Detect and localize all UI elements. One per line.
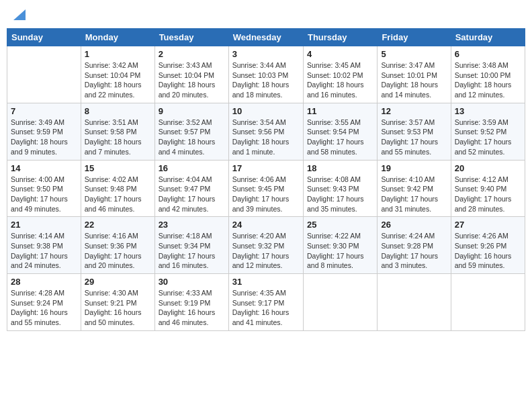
day-info: Sunrise: 3:52 AM Sunset: 9:57 PM Dayligh… [159, 118, 225, 157]
weekday-header-monday: Monday [81, 29, 154, 46]
logo-arrow-icon [13, 9, 26, 20]
calendar-cell: 19Sunrise: 4:10 AM Sunset: 9:42 PM Dayli… [378, 160, 451, 217]
calendar-cell: 4Sunrise: 3:45 AM Sunset: 10:02 PM Dayli… [303, 46, 377, 103]
svg-marker-0 [13, 9, 26, 20]
weekday-header-friday: Friday [378, 29, 451, 46]
calendar-cell: 6Sunrise: 3:48 AM Sunset: 10:00 PM Dayli… [451, 46, 525, 103]
day-info: Sunrise: 4:02 AM Sunset: 9:48 PM Dayligh… [85, 175, 151, 214]
day-number: 7 [11, 106, 77, 116]
day-number: 17 [232, 163, 300, 173]
calendar-cell: 7Sunrise: 3:49 AM Sunset: 9:59 PM Daylig… [7, 103, 81, 160]
calendar-week-row: 28Sunrise: 4:28 AM Sunset: 9:24 PM Dayli… [7, 274, 525, 331]
calendar-cell: 1Sunrise: 3:42 AM Sunset: 10:04 PM Dayli… [81, 46, 154, 103]
day-number: 4 [307, 49, 373, 59]
day-number: 19 [381, 163, 447, 173]
calendar-cell [378, 274, 451, 331]
calendar-cell: 12Sunrise: 3:57 AM Sunset: 9:53 PM Dayli… [378, 103, 451, 160]
calendar-cell: 9Sunrise: 3:52 AM Sunset: 9:57 PM Daylig… [154, 103, 228, 160]
calendar-cell: 10Sunrise: 3:54 AM Sunset: 9:56 PM Dayli… [228, 103, 303, 160]
calendar-cell: 31Sunrise: 4:35 AM Sunset: 9:17 PM Dayli… [228, 274, 303, 331]
day-number: 23 [159, 220, 225, 230]
day-number: 30 [159, 277, 225, 287]
calendar-cell: 18Sunrise: 4:08 AM Sunset: 9:43 PM Dayli… [303, 160, 377, 217]
day-info: Sunrise: 4:12 AM Sunset: 9:40 PM Dayligh… [455, 175, 521, 214]
day-info: Sunrise: 3:47 AM Sunset: 10:01 PM Daylig… [381, 60, 447, 100]
calendar-cell [7, 46, 81, 103]
day-number: 26 [381, 220, 447, 230]
day-number: 10 [232, 106, 300, 116]
day-info: Sunrise: 4:35 AM Sunset: 9:17 PM Dayligh… [232, 288, 300, 328]
day-number: 22 [85, 220, 151, 230]
day-info: Sunrise: 3:49 AM Sunset: 9:59 PM Dayligh… [11, 118, 77, 157]
calendar-cell [303, 274, 377, 331]
calendar-cell: 29Sunrise: 4:30 AM Sunset: 9:21 PM Dayli… [81, 274, 154, 331]
calendar-cell: 17Sunrise: 4:06 AM Sunset: 9:45 PM Dayli… [228, 160, 303, 217]
calendar-cell: 14Sunrise: 4:00 AM Sunset: 9:50 PM Dayli… [7, 160, 81, 217]
day-number: 13 [455, 106, 521, 116]
calendar-cell: 8Sunrise: 3:51 AM Sunset: 9:58 PM Daylig… [81, 103, 154, 160]
day-info: Sunrise: 3:44 AM Sunset: 10:03 PM Daylig… [232, 60, 300, 100]
day-info: Sunrise: 4:20 AM Sunset: 9:32 PM Dayligh… [232, 231, 300, 271]
day-info: Sunrise: 3:57 AM Sunset: 9:53 PM Dayligh… [381, 118, 447, 157]
calendar-cell: 15Sunrise: 4:02 AM Sunset: 9:48 PM Dayli… [81, 160, 154, 217]
calendar-cell: 21Sunrise: 4:14 AM Sunset: 9:38 PM Dayli… [7, 217, 81, 274]
day-number: 18 [307, 163, 373, 173]
day-info: Sunrise: 4:28 AM Sunset: 9:24 PM Dayligh… [11, 288, 77, 328]
day-info: Sunrise: 3:51 AM Sunset: 9:58 PM Dayligh… [85, 118, 151, 157]
calendar-cell: 20Sunrise: 4:12 AM Sunset: 9:40 PM Dayli… [451, 160, 525, 217]
day-info: Sunrise: 4:04 AM Sunset: 9:47 PM Dayligh… [159, 175, 225, 214]
weekday-header-saturday: Saturday [451, 29, 525, 46]
calendar-cell: 25Sunrise: 4:22 AM Sunset: 9:30 PM Dayli… [303, 217, 377, 274]
day-number: 6 [455, 49, 521, 59]
day-number: 16 [159, 163, 225, 173]
calendar-cell: 26Sunrise: 4:24 AM Sunset: 9:28 PM Dayli… [378, 217, 451, 274]
day-info: Sunrise: 4:26 AM Sunset: 9:26 PM Dayligh… [455, 231, 521, 271]
day-info: Sunrise: 3:48 AM Sunset: 10:00 PM Daylig… [455, 60, 521, 100]
calendar-cell: 27Sunrise: 4:26 AM Sunset: 9:26 PM Dayli… [451, 217, 525, 274]
day-info: Sunrise: 3:42 AM Sunset: 10:04 PM Daylig… [85, 60, 151, 100]
day-info: Sunrise: 3:54 AM Sunset: 9:56 PM Dayligh… [232, 118, 300, 157]
day-number: 15 [85, 163, 151, 173]
calendar-week-row: 21Sunrise: 4:14 AM Sunset: 9:38 PM Dayli… [7, 217, 525, 274]
day-number: 12 [381, 106, 447, 116]
day-number: 25 [307, 220, 373, 230]
calendar-cell: 2Sunrise: 3:43 AM Sunset: 10:04 PM Dayli… [154, 46, 228, 103]
calendar-cell: 23Sunrise: 4:18 AM Sunset: 9:34 PM Dayli… [154, 217, 228, 274]
day-number: 9 [159, 106, 225, 116]
day-info: Sunrise: 4:16 AM Sunset: 9:36 PM Dayligh… [85, 231, 151, 271]
calendar-week-row: 1Sunrise: 3:42 AM Sunset: 10:04 PM Dayli… [7, 46, 525, 103]
day-number: 29 [85, 277, 151, 287]
weekday-header-tuesday: Tuesday [154, 29, 228, 46]
weekday-header-sunday: Sunday [7, 29, 81, 46]
day-info: Sunrise: 4:22 AM Sunset: 9:30 PM Dayligh… [307, 231, 373, 271]
page-header [7, 7, 525, 24]
calendar-header-row: SundayMondayTuesdayWednesdayThursdayFrid… [7, 29, 525, 46]
day-number: 2 [159, 49, 225, 59]
day-info: Sunrise: 4:14 AM Sunset: 9:38 PM Dayligh… [11, 231, 77, 271]
day-number: 14 [11, 163, 77, 173]
day-number: 8 [85, 106, 151, 116]
calendar-cell: 24Sunrise: 4:20 AM Sunset: 9:32 PM Dayli… [228, 217, 303, 274]
day-number: 21 [11, 220, 77, 230]
calendar-cell: 13Sunrise: 3:59 AM Sunset: 9:52 PM Dayli… [451, 103, 525, 160]
day-info: Sunrise: 4:30 AM Sunset: 9:21 PM Dayligh… [85, 288, 151, 328]
calendar-cell: 28Sunrise: 4:28 AM Sunset: 9:24 PM Dayli… [7, 274, 81, 331]
day-info: Sunrise: 3:45 AM Sunset: 10:02 PM Daylig… [307, 60, 373, 100]
day-info: Sunrise: 3:59 AM Sunset: 9:52 PM Dayligh… [455, 118, 521, 157]
day-number: 24 [232, 220, 300, 230]
day-number: 5 [381, 49, 447, 59]
day-number: 20 [455, 163, 521, 173]
day-number: 1 [85, 49, 151, 59]
logo [12, 9, 26, 21]
day-number: 31 [232, 277, 300, 287]
day-info: Sunrise: 4:24 AM Sunset: 9:28 PM Dayligh… [381, 231, 447, 271]
day-number: 3 [232, 49, 300, 59]
calendar-cell: 30Sunrise: 4:33 AM Sunset: 9:19 PM Dayli… [154, 274, 228, 331]
calendar-cell: 11Sunrise: 3:55 AM Sunset: 9:54 PM Dayli… [303, 103, 377, 160]
calendar-cell: 16Sunrise: 4:04 AM Sunset: 9:47 PM Dayli… [154, 160, 228, 217]
day-number: 27 [455, 220, 521, 230]
day-info: Sunrise: 4:10 AM Sunset: 9:42 PM Dayligh… [381, 175, 447, 214]
day-info: Sunrise: 4:18 AM Sunset: 9:34 PM Dayligh… [159, 231, 225, 271]
calendar-week-row: 14Sunrise: 4:00 AM Sunset: 9:50 PM Dayli… [7, 160, 525, 217]
calendar-cell [451, 274, 525, 331]
